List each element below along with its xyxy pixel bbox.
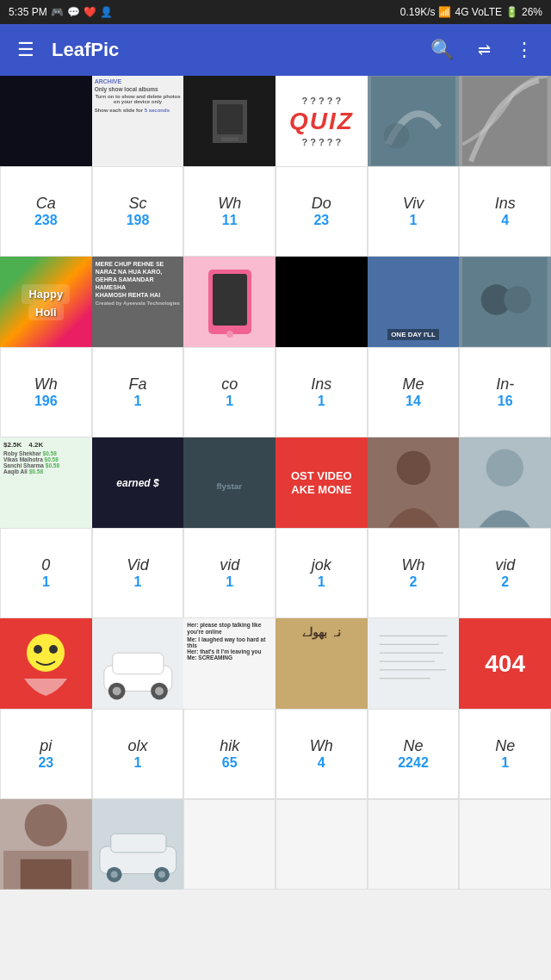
album-count: 14 bbox=[406, 394, 421, 409]
album-label-viv[interactable]: Viv 1 bbox=[368, 166, 460, 257]
svg-point-39 bbox=[25, 804, 67, 847]
search-button[interactable]: 🔍 bbox=[424, 35, 461, 65]
album-label-wh3[interactable]: Wh 2 bbox=[368, 528, 460, 618]
album-count: 23 bbox=[38, 755, 53, 771]
status-right: 0.19K/s 📶 4G VoLTE 🔋 26% bbox=[400, 6, 542, 18]
album-count: 1 bbox=[318, 394, 325, 409]
svg-point-22 bbox=[49, 645, 58, 654]
album-image-7[interactable]: Happy Holi bbox=[0, 257, 92, 347]
filter-button[interactable]: ⇌ bbox=[471, 37, 498, 63]
album-name: Ins bbox=[495, 195, 516, 213]
album-image-19[interactable] bbox=[0, 618, 92, 709]
album-label-ca[interactable]: Ca 238 bbox=[0, 166, 92, 257]
album-label-ne2[interactable]: Ne 1 bbox=[459, 709, 551, 799]
album-count: 2242 bbox=[398, 755, 429, 771]
album-name: Fa bbox=[128, 375, 146, 394]
album-label-do[interactable]: Do 23 bbox=[276, 166, 368, 257]
battery-icon: 🔋 bbox=[505, 6, 518, 18]
album-name: Vid bbox=[127, 556, 149, 574]
status-left: 5:35 PM 🎮 💬 ❤️ 👤 bbox=[9, 6, 113, 18]
album-image-26[interactable] bbox=[92, 799, 184, 890]
album-image-3[interactable] bbox=[183, 76, 276, 166]
album-image-22[interactable]: نہ بھولے bbox=[276, 618, 368, 709]
svg-point-9 bbox=[226, 331, 233, 338]
svg-rect-3 bbox=[371, 77, 456, 166]
album-name: Wh bbox=[310, 737, 333, 755]
svg-point-12 bbox=[505, 286, 532, 313]
svg-rect-25 bbox=[112, 653, 163, 674]
album-empty-4 bbox=[459, 799, 551, 890]
album-label-me[interactable]: Me 14 bbox=[368, 347, 460, 437]
album-image-13[interactable]: $2.5K4.2K Roby Shekhar $0.58 Vikas Malho… bbox=[0, 437, 92, 528]
album-count: 1 bbox=[410, 213, 418, 228]
menu-button[interactable]: ☰ bbox=[10, 35, 41, 65]
album-image-14[interactable]: earned $ bbox=[92, 437, 184, 528]
album-label-vid1[interactable]: Vid 1 bbox=[92, 528, 184, 618]
album-label-sc[interactable]: Sc 198 bbox=[92, 166, 184, 257]
album-name: In- bbox=[496, 375, 514, 394]
album-image-18[interactable] bbox=[459, 437, 551, 528]
album-image-5[interactable] bbox=[368, 76, 460, 166]
album-count: 1 bbox=[134, 394, 142, 409]
album-image-12[interactable] bbox=[459, 257, 551, 347]
album-name: Wh bbox=[401, 556, 424, 574]
user-icon: 👤 bbox=[100, 6, 113, 18]
album-label-ins2[interactable]: Ins 1 bbox=[276, 347, 368, 437]
svg-point-4 bbox=[383, 123, 409, 149]
album-image-10[interactable] bbox=[276, 257, 368, 347]
battery-level: 26% bbox=[522, 6, 542, 18]
album-count: 1 bbox=[134, 755, 142, 771]
album-label-ne1[interactable]: Ne 2242 bbox=[368, 709, 460, 799]
album-label-co[interactable]: co 1 bbox=[183, 347, 276, 437]
discord-icon: 🎮 bbox=[51, 6, 64, 18]
album-image-23[interactable] bbox=[368, 618, 460, 709]
album-image-11[interactable]: ONE DAY I'LL bbox=[368, 257, 460, 347]
album-label-hik[interactable]: hik 65 bbox=[183, 709, 276, 799]
album-count: 198 bbox=[127, 213, 150, 228]
album-name: Sc bbox=[128, 195, 146, 213]
album-name: vid bbox=[495, 556, 515, 574]
album-name: Wh bbox=[218, 195, 241, 213]
album-count: 4 bbox=[318, 755, 325, 771]
album-image-2[interactable]: ARCHIVE Only show local albums Turn on t… bbox=[92, 76, 184, 166]
album-image-25[interactable] bbox=[0, 799, 92, 890]
more-button[interactable]: ⋮ bbox=[508, 35, 541, 65]
album-label-0[interactable]: 0 1 bbox=[0, 528, 92, 618]
album-label-jok[interactable]: jok 1 bbox=[276, 528, 368, 618]
album-name: pi bbox=[40, 737, 52, 755]
app-bar: ☰ LeafPic 🔍 ⇌ ⋮ bbox=[0, 24, 551, 76]
album-name: olx bbox=[127, 737, 147, 755]
album-count: 238 bbox=[34, 213, 58, 228]
album-empty-2 bbox=[276, 799, 368, 890]
album-image-1[interactable] bbox=[0, 76, 92, 166]
album-label-wh4[interactable]: Wh 4 bbox=[276, 709, 368, 799]
svg-point-29 bbox=[155, 687, 164, 696]
album-image-17[interactable] bbox=[368, 437, 460, 528]
album-image-24[interactable]: 404 bbox=[459, 618, 551, 709]
album-image-4[interactable]: ? ? ? ? ? QUIZ ? ? ? ? ? bbox=[276, 76, 368, 166]
album-label-pi[interactable]: pi 23 bbox=[0, 709, 92, 799]
album-image-8[interactable]: MERE CHUP REHNE SENARAZ NA HUA KARO,GEHR… bbox=[92, 257, 184, 347]
album-label-in[interactable]: In- 16 bbox=[459, 347, 551, 437]
album-image-20[interactable] bbox=[92, 618, 184, 709]
album-label-ins1[interactable]: Ins 4 bbox=[459, 166, 551, 257]
album-image-9[interactable] bbox=[183, 257, 276, 347]
album-image-6[interactable] bbox=[459, 76, 551, 166]
album-count: 1 bbox=[226, 574, 233, 590]
album-label-vid2[interactable]: vid 1 bbox=[183, 528, 276, 618]
notification-icon: 💬 bbox=[67, 6, 80, 18]
album-empty-1 bbox=[183, 799, 276, 890]
album-count: 1 bbox=[226, 394, 233, 409]
album-image-21[interactable]: Her: please stop talking like you're onl… bbox=[183, 618, 276, 709]
album-image-16[interactable]: OST VIDEO AKE MONE bbox=[276, 437, 368, 528]
album-label-wh1[interactable]: Wh 11 bbox=[183, 166, 276, 257]
album-label-olx[interactable]: olx 1 bbox=[92, 709, 184, 799]
album-label-fa[interactable]: Fa 1 bbox=[92, 347, 184, 437]
time: 5:35 PM bbox=[9, 6, 47, 18]
album-count: 1 bbox=[134, 574, 142, 590]
album-image-15[interactable]: flystar bbox=[183, 437, 276, 528]
album-label-wh2[interactable]: Wh 196 bbox=[0, 347, 92, 437]
album-count: 2 bbox=[501, 574, 509, 590]
album-label-vid3[interactable]: vid 2 bbox=[459, 528, 551, 618]
heart-icon: ❤️ bbox=[84, 6, 96, 18]
